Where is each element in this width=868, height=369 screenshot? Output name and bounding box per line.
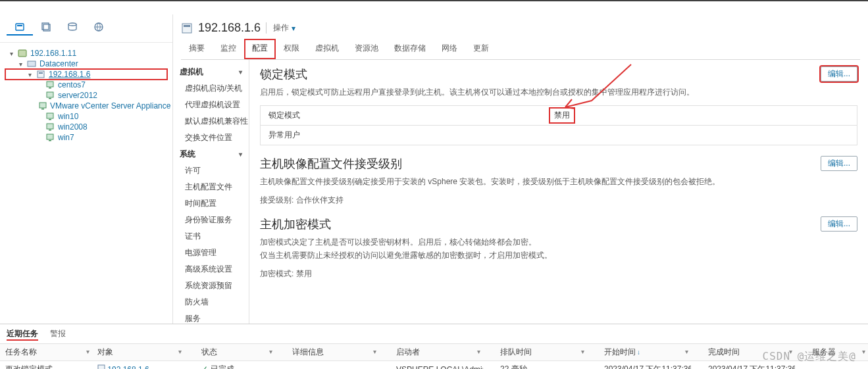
config-item[interactable]: 证书 (173, 228, 249, 245)
svg-rect-17 (49, 119, 51, 120)
tree-vm[interactable]: VMware vCenter Server Appliance (5, 101, 167, 111)
config-item[interactable]: 电源管理 (173, 245, 249, 261)
section-desc: 加密模式决定了主机是否可以接受密钥材料。启用后，核心转储始终都会加密。 仅当主机… (260, 236, 857, 261)
svg-rect-8 (38, 71, 44, 78)
config-item[interactable]: 主机配置文件 (173, 179, 249, 195)
col-status[interactable]: 状态▾ (196, 344, 275, 361)
section-title-encryption: 主机加密模式 (260, 216, 331, 232)
config-group-vm[interactable]: 虚拟机▾ (173, 64, 249, 80)
edit-image-profile-button[interactable]: 编辑... (821, 156, 857, 171)
config-group-system[interactable]: 系统▾ (173, 146, 249, 162)
col-task-name[interactable]: 任务名称▾ (0, 344, 92, 361)
svg-rect-6 (18, 50, 26, 57)
inventory-view-tabs (0, 18, 172, 43)
tree-host[interactable]: ▾192.168.1.6 (5, 69, 167, 80)
tab-configure[interactable]: 配置 (244, 39, 276, 59)
tree-vm[interactable]: win7 (5, 132, 167, 143)
section-title-image-profile: 主机映像配置文件接受级别 (260, 156, 402, 172)
svg-rect-10 (47, 82, 53, 87)
config-item[interactable]: 代理虚拟机设置 (173, 97, 249, 113)
col-initiator[interactable]: 启动者▾ (391, 344, 483, 361)
config-item[interactable]: 服务 (173, 310, 249, 324)
col-start[interactable]: 开始时间▾ (599, 344, 691, 361)
svg-rect-1 (17, 25, 22, 26)
tree-vm[interactable]: win2008 (5, 122, 167, 132)
svg-rect-13 (49, 98, 51, 99)
storage-icon[interactable] (59, 20, 86, 36)
section-desc: 启用后，锁定模式可防止远程用户直接登录到此主机。该主机将仅可以通过本地控制台或授… (260, 86, 857, 99)
svg-rect-21 (49, 140, 51, 141)
networking-icon[interactable] (86, 20, 112, 36)
section-title-lockdown: 锁定模式 (260, 66, 307, 82)
table-row: 异常用户 (260, 125, 857, 145)
table-row: 锁定模式 禁用 (260, 105, 857, 125)
tab-resource-pools[interactable]: 资源池 (347, 39, 386, 59)
chevron-down-icon: ▾ (239, 68, 242, 76)
config-item[interactable]: 系统资源预留 (173, 278, 249, 294)
tab-updates[interactable]: 更新 (465, 39, 497, 59)
config-item[interactable]: 默认虚拟机兼容性 (173, 113, 249, 130)
row-value: 禁用 (544, 106, 857, 125)
tab-alarms[interactable]: 警报 (50, 328, 66, 341)
col-details[interactable]: 详细信息▾ (287, 344, 379, 361)
svg-rect-16 (47, 113, 53, 118)
tree-vm[interactable]: centos7 (5, 80, 167, 90)
tree-datacenter[interactable]: ▾Datacenter (5, 59, 167, 69)
edit-lockdown-button[interactable]: 编辑... (821, 66, 857, 82)
tab-summary[interactable]: 摘要 (181, 39, 213, 59)
vms-templates-icon[interactable] (33, 20, 59, 36)
config-item[interactable]: 高级系统设置 (173, 261, 249, 278)
config-item[interactable]: 许可 (173, 162, 249, 179)
svg-rect-7 (28, 61, 36, 66)
main-tabs: 摘要 监控 配置 权限 虚拟机 资源池 数据存储 网络 更新 (181, 39, 860, 60)
cell-task-name: 更改锁定模式 (0, 361, 92, 370)
hosts-clusters-icon[interactable] (7, 20, 33, 36)
config-item[interactable]: 虚拟机启动/关机 (173, 80, 249, 97)
svg-rect-12 (47, 92, 53, 97)
chevron-down-icon: ▾ (292, 24, 295, 33)
svg-rect-19 (49, 130, 51, 131)
tab-permissions[interactable]: 权限 (276, 39, 307, 59)
cell-details (287, 361, 379, 370)
config-item[interactable]: 身份验证服务 (173, 212, 249, 228)
edit-encryption-button[interactable]: 编辑... (821, 216, 857, 232)
content-area: 锁定模式 编辑... 启用后，锁定模式可防止远程用户直接登录到此主机。该主机将仅… (249, 60, 868, 324)
recent-tasks-panel: 近期任务 警报 任务名称▾ 对象▾ 状态▾ 详细信息▾ 启动者▾ 排队时间▾ 开… (0, 324, 868, 369)
table-row: 更改锁定模式 192.168.1.6 ✓已完成 VSPHERE.LOCAL\Ad… (0, 361, 868, 370)
host-icon (97, 365, 105, 369)
row-label: 锁定模式 (261, 106, 544, 125)
tree-vm[interactable]: win10 (5, 111, 167, 122)
cell-start: 2023/04/17 下午11:37:36 (599, 361, 691, 370)
tree-vcenter[interactable]: ▾192.168.1.11 (5, 48, 167, 59)
config-item[interactable]: 时间配置 (173, 195, 249, 212)
page-title: 192.168.1.6 (198, 21, 261, 35)
tree-vm[interactable]: server2012 (5, 90, 167, 101)
status-badge: 禁用 (551, 110, 573, 121)
kv-acceptance-level: 接受级别: 合作伙伴支持 (260, 195, 857, 206)
config-item[interactable]: 防火墙 (173, 294, 249, 310)
cell-object: 192.168.1.6 (92, 361, 184, 370)
svg-rect-0 (16, 24, 24, 30)
config-sidebar: 虚拟机▾ 虚拟机启动/关机 代理虚拟机设置 默认虚拟机兼容性 交换文件位置 系统… (173, 60, 249, 324)
svg-rect-20 (47, 134, 53, 139)
svg-rect-24 (98, 365, 105, 369)
tab-monitor[interactable]: 监控 (213, 39, 244, 59)
svg-rect-15 (41, 109, 44, 110)
watermark: CSDN @运维之美@ (763, 350, 856, 364)
inventory-tree: ▾192.168.1.11 ▾Datacenter ▾192.168.1.6 c… (0, 43, 172, 148)
tab-recent-tasks[interactable]: 近期任务 (7, 328, 38, 341)
cell-status: ✓已完成 (196, 361, 275, 370)
chevron-down-icon: ▾ (239, 151, 242, 158)
svg-rect-14 (39, 103, 46, 108)
col-queued[interactable]: 排队时间▾ (495, 344, 587, 361)
svg-rect-11 (49, 87, 51, 89)
config-item[interactable]: 交换文件位置 (173, 130, 249, 146)
section-desc: 主机映像配置文件接受级别确定接受用于安装的 vSphere 安装包。安装时，接受… (260, 176, 857, 188)
tab-datastores[interactable]: 数据存储 (386, 39, 434, 59)
tab-vms[interactable]: 虚拟机 (307, 39, 347, 59)
col-object[interactable]: 对象▾ (92, 344, 184, 361)
tab-networks[interactable]: 网络 (434, 39, 465, 59)
row-value (544, 126, 857, 145)
row-label: 异常用户 (261, 126, 544, 145)
actions-menu[interactable]: 操作 ▾ (266, 22, 295, 34)
